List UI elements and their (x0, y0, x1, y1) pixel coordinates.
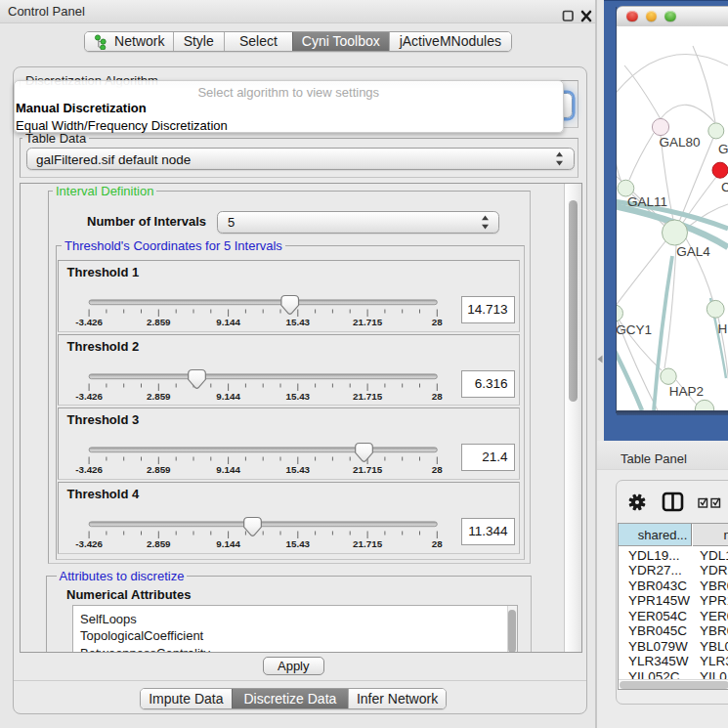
svg-text:GAL4: GAL4 (676, 244, 710, 259)
svg-text:9.144: 9.144 (216, 464, 240, 475)
svg-text:HAP2: HAP2 (669, 384, 704, 399)
svg-text:28: 28 (431, 317, 442, 327)
svg-text:GCY1: GCY1 (617, 322, 652, 337)
svg-text:28: 28 (431, 538, 442, 549)
svg-text:15.43: 15.43 (285, 317, 310, 327)
svg-text:GAL11: GAL11 (627, 194, 667, 209)
svg-text:-3.426: -3.426 (75, 317, 103, 327)
svg-text:-3.426: -3.426 (75, 464, 103, 475)
svg-text:2.859: 2.859 (147, 390, 171, 401)
svg-text:GAL80: GAL80 (660, 135, 701, 150)
svg-text:9.144: 9.144 (216, 538, 240, 549)
svg-text:2.859: 2.859 (147, 538, 171, 549)
svg-text:9.144: 9.144 (216, 317, 240, 327)
svg-text:-3.426: -3.426 (75, 390, 103, 401)
svg-text:2.859: 2.859 (147, 317, 171, 327)
svg-text:21.715: 21.715 (353, 464, 383, 475)
svg-text:15.43: 15.43 (285, 464, 310, 475)
svg-text:C: C (721, 180, 728, 194)
svg-text:28: 28 (431, 464, 442, 475)
svg-text:-3.426: -3.426 (75, 538, 103, 549)
svg-text:21.715: 21.715 (353, 317, 383, 327)
svg-text:28: 28 (431, 390, 442, 401)
svg-text:21.715: 21.715 (353, 538, 383, 549)
svg-text:15.43: 15.43 (285, 538, 310, 549)
svg-text:2.859: 2.859 (147, 464, 171, 475)
svg-text:15.43: 15.43 (285, 390, 310, 401)
svg-text:GA: GA (718, 142, 728, 156)
svg-text:H: H (717, 321, 727, 336)
svg-text:9.144: 9.144 (216, 390, 240, 401)
svg-text:21.715: 21.715 (353, 390, 383, 401)
